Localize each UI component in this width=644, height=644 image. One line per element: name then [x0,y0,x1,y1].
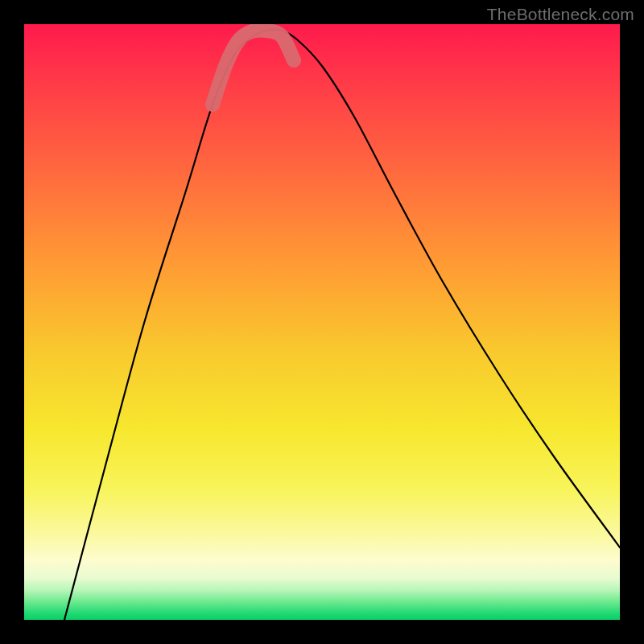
watermark-text: TheBottleneck.com [487,5,634,24]
bottleneck-curve-path [64,30,620,620]
chart-svg [24,24,620,620]
valley-highlight-path [213,31,294,105]
chart-frame [24,24,620,620]
